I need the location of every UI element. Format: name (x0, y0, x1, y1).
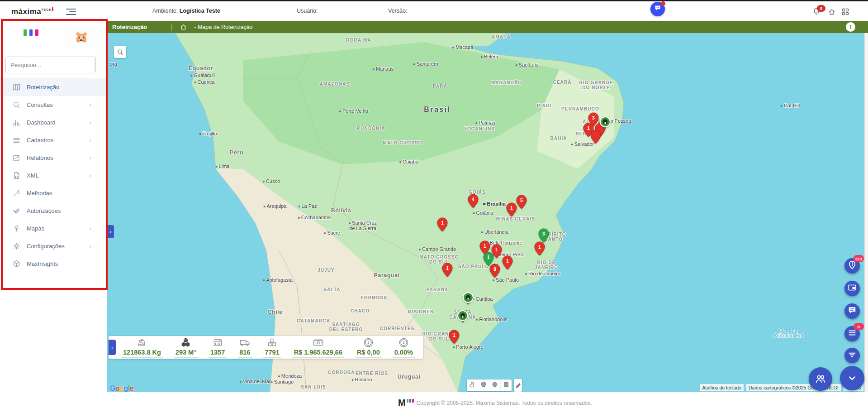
maxima-tech-logo[interactable]: máximaTECH (11, 7, 53, 16)
svg-text:3: 3 (592, 115, 595, 120)
gear-icon (13, 242, 20, 250)
fab-list-lines[interactable]: 0 (844, 326, 860, 341)
top-bar: máximaTECH Ambiente: Logística Teste Usu… (0, 1, 868, 21)
sidebar-item-label: Melhorias (27, 190, 52, 197)
report-icon (13, 154, 20, 162)
breadcrumb-divider (171, 24, 172, 31)
svg-text:$: $ (367, 341, 370, 345)
svg-text:1: 1 (446, 265, 449, 271)
map-drawing-toolbar (467, 379, 512, 391)
team-button[interactable] (809, 367, 832, 391)
sidebar-item-maxinsights[interactable]: MaxInsights (0, 255, 107, 273)
svg-text:5: 5 (520, 197, 523, 203)
square-icon (503, 381, 510, 390)
alert-button[interactable]: ! (846, 22, 855, 32)
search-input[interactable] (6, 57, 95, 73)
stat-item-0: Kg 121863.8 Kg (121, 337, 163, 358)
chat-notification-dot (661, 1, 665, 6)
depot-marker[interactable] (462, 292, 474, 307)
sidebar-item-roteirizacao[interactable]: Roteirização (0, 78, 107, 96)
breadcrumb-bar: Roteirização - Mapa de Roteirização ! (107, 21, 868, 33)
circle-tool[interactable] (489, 379, 501, 391)
attribution-item[interactable]: Atalhos do teclado (700, 384, 744, 391)
sidebar-logo-bars (24, 29, 38, 36)
sidebar-menu: Roteirização Consultas › Dashboard › Cad… (0, 78, 107, 273)
sidebar-item-label: Consultas (27, 101, 53, 108)
chevron-right-icon: › (90, 243, 91, 250)
square-tool[interactable] (501, 379, 512, 391)
red-stop-marker[interactable]: 1 (534, 241, 545, 258)
list-icon (13, 136, 20, 144)
sidebar-item-autorizacoes[interactable]: Autorizações (0, 202, 107, 220)
svg-text:1: 1 (587, 125, 590, 131)
red-stop-marker[interactable]: 1 (506, 202, 517, 219)
red-stop-marker[interactable]: 1 (449, 330, 460, 346)
svg-text:1: 1 (453, 332, 455, 338)
sidebar-item-label: Dashboard (27, 119, 56, 126)
breadcrumb-section[interactable]: Roteirização (112, 24, 147, 30)
sidebar-item-dashboard[interactable]: Dashboard › (0, 114, 107, 131)
list-lines-icon (848, 328, 857, 339)
stat-item-4: 7791 (263, 337, 281, 358)
depot-marker[interactable] (599, 116, 611, 131)
fab-pin-alert[interactable]: 313 (844, 258, 860, 274)
chevron-right-icon: › (90, 172, 91, 179)
mascot-avatar: 🐹 (65, 26, 98, 48)
sidebar-item-label: Cadastros (27, 137, 53, 144)
chat-widget-button[interactable] (650, 2, 665, 16)
apps-grid-icon[interactable] (842, 8, 849, 15)
map-search-button[interactable] (114, 46, 126, 58)
sidebar-item-consultas[interactable]: Consultas › (0, 96, 107, 114)
measure-ruler-button[interactable] (514, 379, 522, 392)
red-stop-marker[interactable]: 5 (516, 195, 527, 211)
hamburger-menu-icon[interactable] (66, 9, 76, 15)
map-panel-collapse-button[interactable]: ‹ (107, 225, 114, 238)
expand-panel-button[interactable] (840, 366, 864, 390)
red-stop-marker[interactable]: 1 (502, 255, 513, 272)
svg-text:8: 8 (493, 266, 496, 272)
google-logo[interactable]: Google (110, 384, 133, 392)
map-attribution: Atalhos do tecladoDados cartográficos ©2… (700, 384, 863, 391)
coin-icon: $ (363, 337, 374, 348)
svg-text:1: 1 (538, 244, 541, 250)
sidebar-item-melhorias[interactable]: Melhorias (0, 184, 107, 202)
sidebar-item-relatorios[interactable]: Relatórios › (0, 149, 107, 167)
red-stop-marker[interactable]: 8 (489, 264, 500, 280)
breadcrumb-home-icon[interactable] (180, 24, 187, 30)
stat-value: 7791 (263, 348, 281, 358)
chevron-right-icon: › (90, 137, 91, 144)
hand-tool[interactable] (467, 379, 478, 391)
map-canvas[interactable]: oraRORAIMAAMAPÁMacapáEquadorGuaiaquilCue… (107, 33, 868, 392)
logo-tick (52, 7, 53, 11)
footer: M Copyright © 2008-2025. Máxima Sistemas… (0, 392, 868, 413)
polygon-tool[interactable] (478, 379, 489, 391)
home-icon[interactable] (828, 8, 835, 15)
usuario-field: Usuário: (297, 8, 318, 14)
fab-screenshot[interactable] (844, 281, 860, 296)
file-icon (13, 172, 20, 179)
fab-filter[interactable] (844, 348, 860, 363)
fab-badge: 0 (854, 323, 864, 330)
search-clear-button[interactable]: × (95, 57, 96, 73)
coin-icon: $ (398, 337, 409, 348)
sidebar-item-label: Mapas (27, 225, 44, 232)
red-stop-marker[interactable]: 1 (437, 217, 448, 234)
boxes-icon (266, 337, 278, 348)
sidebar-item-configuracoes[interactable]: Configurações › (0, 237, 107, 255)
sidebar-item-mapas[interactable]: Mapas › (0, 220, 107, 237)
weight-icon: Kg (136, 337, 147, 348)
ambiente-field: Ambiente: Logística Teste (152, 8, 220, 14)
stat-item-6: $ R$ 0,00 (355, 337, 382, 358)
red-stop-marker[interactable] (590, 130, 601, 146)
fab-chat[interactable] (844, 303, 860, 319)
stats-collapse-button[interactable]: ‹ (109, 340, 116, 355)
notifications-badge: 0 (817, 5, 825, 12)
depot-marker[interactable] (457, 310, 469, 325)
red-stop-marker[interactable]: 4 (468, 194, 479, 210)
wand-icon (13, 189, 20, 197)
sidebar-item-cadastros[interactable]: Cadastros › (0, 131, 107, 149)
sidebar-item-xml[interactable]: XML › (0, 167, 107, 184)
page-scrollbar[interactable] (864, 33, 868, 392)
red-stop-marker[interactable]: 1 (442, 263, 453, 279)
money-icon (313, 337, 324, 348)
